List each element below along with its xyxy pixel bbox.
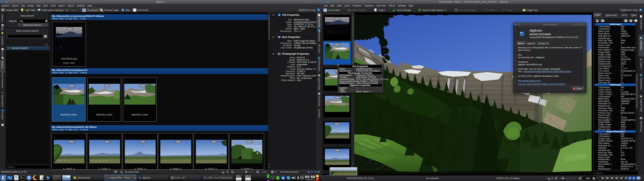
- svg-text:hp: hp: [282, 177, 284, 179]
- svg-text:i: i: [272, 177, 273, 179]
- svg-text:?: ?: [574, 24, 575, 26]
